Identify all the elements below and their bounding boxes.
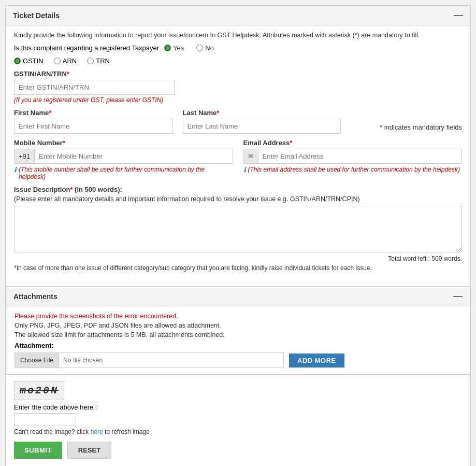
yes-label: Yes	[173, 44, 184, 52]
arn-label: ARN	[63, 57, 77, 65]
gstin-input[interactable]	[14, 80, 175, 95]
trn-label: TRN	[96, 57, 110, 65]
submit-row: SUBMIT RESET	[6, 435, 470, 466]
email-col: Email Address* ✉ ℹ (This email address s…	[243, 139, 463, 174]
no-label: No	[205, 44, 214, 52]
attachments-title: Attachments	[13, 292, 57, 301]
mobile-prefix: +91	[15, 149, 35, 163]
no-radio[interactable]	[196, 45, 203, 51]
issue-desc-label: Issue Description* (in 500 words):	[14, 186, 462, 193]
file-row: Choose File No file chosen ADD MORE	[15, 352, 461, 368]
email-input-wrap: ✉	[243, 149, 463, 164]
no-option[interactable]: No	[196, 44, 218, 52]
arn-option[interactable]: ARN	[54, 57, 77, 65]
gstin-field-group: GSTIN/ARN/TRN* (If you are registered un…	[14, 70, 462, 104]
gstin-option[interactable]: GSTIN	[14, 57, 44, 65]
ticket-details-title: Ticket Details	[13, 11, 60, 20]
captcha-image: mo20N	[14, 381, 64, 400]
gstin-field-label: GSTIN/ARN/TRN*	[14, 70, 462, 78]
email-input[interactable]	[258, 149, 462, 163]
taxpayer-question: Is this complaint regarding a registered…	[14, 44, 159, 52]
email-note: ℹ (This email address shall be used for …	[243, 166, 463, 174]
mobile-input-wrap: +91	[14, 149, 233, 164]
arn-radio[interactable]	[54, 58, 61, 64]
gstin-radio[interactable]	[14, 58, 21, 64]
mobile-label: Mobile Number*	[14, 139, 233, 147]
captcha-refresh-text: Can't read the image? click here to refr…	[14, 428, 462, 435]
yes-radio[interactable]	[164, 45, 171, 51]
name-row: First Name* Last Name* * indicates manda…	[14, 109, 462, 134]
mobile-note: ℹ (This mobile number shall be used for …	[14, 166, 233, 180]
mobile-input[interactable]	[35, 149, 232, 163]
file-input-wrap: Choose File No file chosen	[15, 352, 284, 368]
trn-option[interactable]: TRN	[87, 57, 110, 65]
captcha-refresh-link[interactable]: here	[91, 428, 103, 435]
attach-info1: Please provide the screenshots of the er…	[15, 313, 461, 320]
attachments-header: Attachments —	[6, 287, 470, 306]
first-name-input[interactable]	[14, 119, 172, 134]
email-label: Email Address*	[243, 139, 463, 147]
ticket-details-collapse[interactable]: —	[454, 10, 463, 21]
ticket-details-header: Ticket Details —	[6, 6, 470, 25]
issue-warning: *In case of more than one issue of diffe…	[14, 264, 462, 272]
trn-radio[interactable]	[87, 58, 94, 64]
attachments-collapse[interactable]: —	[453, 291, 463, 302]
submit-button[interactable]: SUBMIT	[14, 442, 62, 459]
ticket-details-body: Kindly provide the following information…	[6, 25, 470, 280]
word-count: Total word left : 500 words.	[14, 255, 462, 262]
captcha-section: mo20N Enter the code above here : Can't …	[6, 375, 470, 435]
first-name-col: First Name*	[14, 109, 172, 134]
mobile-col: Mobile Number* +91 ℹ (This mobile number…	[14, 139, 233, 180]
last-name-label: Last Name*	[183, 109, 341, 117]
gstin-type-row: GSTIN ARN TRN	[14, 57, 462, 65]
captcha-input[interactable]	[14, 413, 76, 426]
attachments-section: Attachments — Please provide the screens…	[6, 286, 470, 375]
issue-hint: (Please enter all mandatory details and …	[14, 195, 462, 203]
add-more-button[interactable]: ADD MORE	[289, 354, 344, 368]
file-name-display: No file chosen	[59, 357, 283, 364]
yes-option[interactable]: Yes	[164, 44, 188, 52]
captcha-label: Enter the code above here :	[14, 403, 462, 411]
reset-button[interactable]: RESET	[67, 442, 111, 459]
mobile-info-icon: ℹ	[14, 166, 17, 174]
attach-info2: Only PNG, JPG, JPEG, PDF and JSON files …	[15, 322, 461, 329]
first-name-label: First Name*	[14, 109, 172, 117]
attach-info3: The allowed size limit for attachments i…	[15, 331, 461, 338]
issue-desc-group: Issue Description* (in 500 words): (Plea…	[14, 186, 462, 272]
gstin-hint: (If you are registered under GST, please…	[14, 96, 462, 104]
contact-row: Mobile Number* +91 ℹ (This mobile number…	[14, 139, 462, 180]
taxpayer-row: Is this complaint regarding a registered…	[14, 44, 462, 52]
last-name-input[interactable]	[183, 119, 341, 134]
info-text: Kindly provide the following information…	[14, 32, 462, 39]
email-info-icon: ℹ	[243, 166, 246, 174]
gstin-type-label: GSTIN	[23, 57, 44, 65]
choose-file-button[interactable]: Choose File	[15, 353, 59, 368]
email-envelope-icon: ✉	[244, 149, 258, 163]
mandatory-note: * indicates mandatory fields	[351, 109, 462, 134]
last-name-col: Last Name*	[183, 109, 341, 134]
attachment-label: Attachment:	[15, 342, 461, 349]
issue-textarea[interactable]	[14, 206, 462, 252]
attachments-body: Please provide the screenshots of the er…	[6, 306, 470, 374]
